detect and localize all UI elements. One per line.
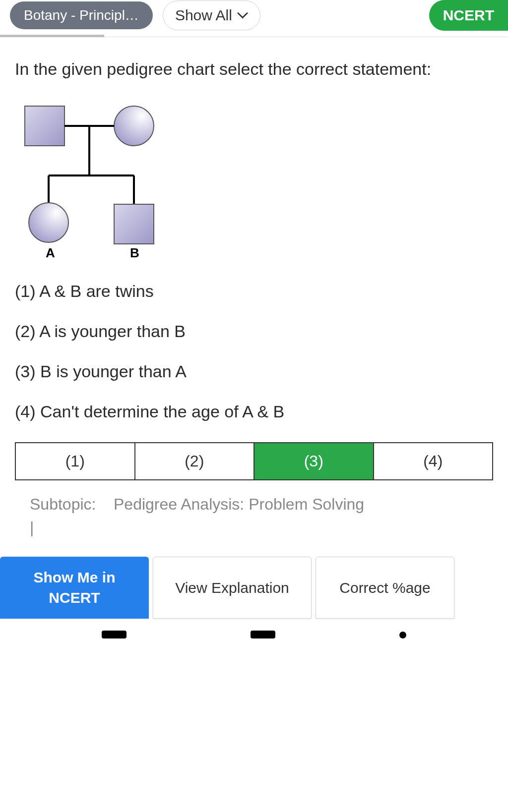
subtopic-row: Subtopic: Pedigree Analysis: Problem Sol… [15, 495, 493, 514]
top-bar: Botany - Principl… Show All NCERT [0, 0, 508, 37]
view-explanation-label: View Explanation [175, 580, 289, 596]
option-1-text: A & B are twins [39, 282, 154, 300]
option-4: (4) Can't determine the age of A & B [15, 402, 493, 421]
option-3: (3) B is younger than A [15, 362, 493, 381]
option-3-text: B is younger than A [40, 362, 187, 381]
answer-row: (1) (2) (3) (4) [15, 442, 493, 480]
option-1-num: (1) [15, 282, 36, 300]
bottom-buttons: Show Me in NCERT View Explanation Correc… [0, 557, 508, 619]
answer-cell-1[interactable]: (1) [16, 443, 135, 479]
pedigree-child-b-square [114, 204, 154, 244]
progress-indicator [0, 35, 104, 37]
question-text: In the given pedigree chart select the c… [15, 57, 493, 81]
pedigree-diagram: A B [15, 96, 493, 262]
show-ncert-line2: NCERT [10, 588, 139, 608]
ncert-pill[interactable]: NCERT [429, 0, 508, 31]
pedigree-label-b: B [130, 245, 139, 260]
answer-cell-4[interactable]: (4) [374, 443, 493, 479]
nav-bar-left [102, 631, 127, 638]
cursor-mark: | [15, 519, 493, 537]
show-ncert-line1: Show Me in [10, 568, 139, 588]
subtopic-label: Subtopic: [30, 495, 96, 513]
options-list: (1) A & B are twins (2) A is younger tha… [15, 282, 493, 421]
option-1: (1) A & B are twins [15, 282, 493, 301]
answer-cell-3[interactable]: (3) [254, 443, 374, 479]
show-me-ncert-button[interactable]: Show Me in NCERT [0, 557, 149, 619]
option-3-num: (3) [15, 362, 36, 381]
nav-bar-mid [251, 631, 275, 638]
show-all-dropdown[interactable]: Show All [163, 0, 260, 30]
content-area: In the given pedigree chart select the c… [0, 37, 508, 557]
pedigree-child-a-circle [29, 203, 68, 242]
subtopic-value: Pedigree Analysis: Problem Solving [114, 495, 364, 513]
pedigree-father-square [25, 106, 64, 146]
subject-pill[interactable]: Botany - Principl… [10, 1, 153, 29]
answer-cell-2[interactable]: (2) [135, 443, 255, 479]
pedigree-mother-circle [114, 106, 154, 146]
option-4-num: (4) [15, 402, 36, 421]
option-4-text: Can't determine the age of A & B [40, 402, 284, 421]
option-2-text: A is younger than B [39, 322, 186, 341]
view-explanation-button[interactable]: View Explanation [153, 557, 312, 619]
show-all-label: Show All [175, 7, 232, 24]
pedigree-label-a: A [46, 245, 55, 260]
correct-percentage-label: Correct %age [339, 580, 430, 596]
correct-percentage-button[interactable]: Correct %age [316, 557, 454, 619]
nav-dot-right [399, 632, 406, 638]
bottom-nav-hint [0, 619, 508, 638]
option-2: (2) A is younger than B [15, 322, 493, 341]
option-2-num: (2) [15, 322, 36, 341]
chevron-down-icon [237, 12, 248, 19]
